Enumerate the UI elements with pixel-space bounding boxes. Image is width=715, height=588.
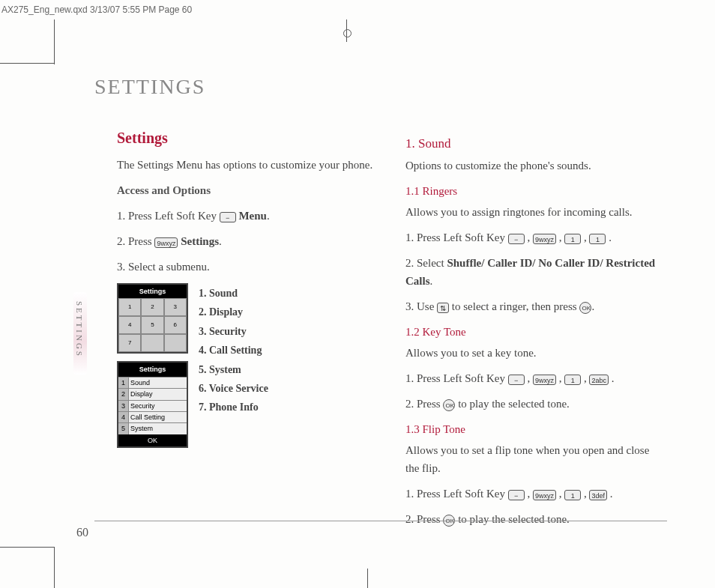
heading-keytone: 1.2 Key Tone xyxy=(405,323,664,341)
menu-label: Menu xyxy=(238,210,267,222)
text: , xyxy=(556,231,564,243)
key-1-icon: 1 xyxy=(589,234,606,244)
text: , xyxy=(525,231,533,243)
text: 2. Press xyxy=(405,398,443,410)
key-9-icon: 9wxyz xyxy=(154,237,178,248)
text: 2. Press xyxy=(117,235,154,247)
phone-screenshots: Settings 1 2 3 4 5 6 7 Settings xyxy=(117,283,188,448)
row-text: Call Setting xyxy=(129,412,187,422)
grid-cell: 5 xyxy=(141,316,163,334)
key-9-icon: 9wxyz xyxy=(533,234,556,244)
text: to play the selected tone. xyxy=(458,513,570,525)
text: , xyxy=(525,372,533,384)
text: , xyxy=(556,372,564,384)
crop-mark xyxy=(54,19,55,64)
access-step-3: 3. Select a submenu. xyxy=(117,258,375,276)
row-index: 4 xyxy=(118,412,129,422)
access-step-1: 1. Press Left Soft Key − Menu. xyxy=(117,207,375,225)
footer-rule xyxy=(94,521,667,521)
ok-key-icon: OK xyxy=(443,399,455,411)
grid-cell: 3 xyxy=(164,298,187,316)
nav-updown-icon: ⇅ xyxy=(437,303,449,313)
ringers-intro: Allows you to assign ringtones for incom… xyxy=(405,203,664,221)
text: . xyxy=(219,235,222,247)
ringers-step-2: 2. Select Shuffle/ Caller ID/ No Caller … xyxy=(405,254,664,290)
crop-mark xyxy=(0,547,54,548)
grid-cell: 4 xyxy=(118,316,141,334)
submenu-item: 3. Security xyxy=(199,324,375,340)
heading-ringers: 1.1 Ringers xyxy=(405,182,664,200)
key-1-icon: 1 xyxy=(564,234,581,244)
text: , xyxy=(581,231,589,243)
heading-fliptone: 1.3 Flip Tone xyxy=(405,420,664,438)
keytone-step-2: 2. Press OK to play the selected tone. xyxy=(405,395,664,413)
grid-cell: 2 xyxy=(141,298,163,316)
page-number: 60 xyxy=(76,526,88,539)
text: , xyxy=(556,488,564,500)
fliptone-intro: Allows you to set a flip tone when you o… xyxy=(405,441,664,477)
screen-softkey: OK xyxy=(118,434,187,446)
side-tab-label: SETTINGS xyxy=(75,301,84,358)
ok-key-icon: OK xyxy=(579,302,591,314)
submenu-item: 6. Voice Service xyxy=(199,381,375,397)
text: to play the selected tone. xyxy=(458,398,570,410)
row-index: 3 xyxy=(118,401,129,411)
text: 2. Press xyxy=(405,513,443,525)
right-column: 1. Sound Options to customize the phone'… xyxy=(405,126,664,536)
keytone-step-1: 1. Press Left Soft Key − , 9wxyz , 1 , 2… xyxy=(405,369,664,387)
screen-title: Settings xyxy=(118,285,187,298)
grid-cell: 7 xyxy=(118,334,141,352)
softkey-icon: − xyxy=(508,490,525,500)
submenu-item: 7. Phone Info xyxy=(199,399,375,416)
text: 2. Select xyxy=(405,257,447,269)
access-options-heading: Access and Options xyxy=(117,181,375,199)
submenu-list: 1. Sound 2. Display 3. Security 4. Call … xyxy=(199,283,375,448)
row-text: Sound xyxy=(129,378,187,388)
phone-screen-list: Settings 1Sound 2Display 3Security 4Call… xyxy=(117,361,188,448)
text: . xyxy=(591,300,594,312)
crop-mark xyxy=(0,63,54,64)
submenu-item: 4. Call Setting xyxy=(199,342,375,359)
text: , xyxy=(581,488,589,500)
sound-intro: Options to customize the phone's sounds. xyxy=(405,157,664,175)
key-1-icon: 1 xyxy=(564,375,581,385)
text: . xyxy=(606,231,612,243)
left-column: Settings The Settings Menu has options t… xyxy=(117,126,375,536)
submenu-row: Settings 1 2 3 4 5 6 7 Settings xyxy=(117,283,375,448)
text: , xyxy=(525,488,533,500)
text: 1. Press Left Soft Key xyxy=(405,372,508,384)
grid-cell: 6 xyxy=(164,316,187,334)
text: . xyxy=(607,488,613,500)
text: 1. Press Left Soft Key xyxy=(405,488,508,500)
text: . xyxy=(267,210,270,222)
page-title: SETTINGS xyxy=(94,75,205,99)
row-text: System xyxy=(129,423,187,434)
screen-title: Settings xyxy=(118,363,187,376)
row-index: 5 xyxy=(118,423,129,434)
heading-sound: 1. Sound xyxy=(405,133,664,154)
row-text: Display xyxy=(129,389,187,399)
text: to select a ringer, then press xyxy=(452,300,580,312)
crop-mark-top xyxy=(336,19,358,42)
key-3-icon: 3def xyxy=(589,490,607,500)
list-row: 1Sound xyxy=(118,377,187,388)
list-row: 2Display xyxy=(118,388,187,399)
settings-label: Settings xyxy=(181,235,219,247)
fliptone-step-2: 2. Press OK to play the selected tone. xyxy=(405,510,664,528)
softkey-icon: − xyxy=(220,212,236,222)
text: . xyxy=(609,372,615,384)
text: 1. Press Left Soft Key xyxy=(117,210,220,222)
list-row: 4Call Setting xyxy=(118,411,187,422)
crop-mark xyxy=(54,547,55,588)
key-1-icon: 1 xyxy=(564,490,581,500)
ringers-step-3: 3. Use ⇅ to select a ringer, then press … xyxy=(405,297,664,315)
softkey-icon: − xyxy=(508,234,525,244)
submenu-item: 2. Display xyxy=(199,304,375,321)
text: . xyxy=(430,275,433,287)
list-row: 5System xyxy=(118,422,187,434)
access-step-2: 2. Press 9wxyz Settings. xyxy=(117,232,375,250)
row-index: 1 xyxy=(118,378,129,388)
key-9-icon: 9wxyz xyxy=(533,375,556,385)
settings-intro: The Settings Menu has options to customi… xyxy=(117,156,375,174)
crop-mark xyxy=(367,569,368,588)
